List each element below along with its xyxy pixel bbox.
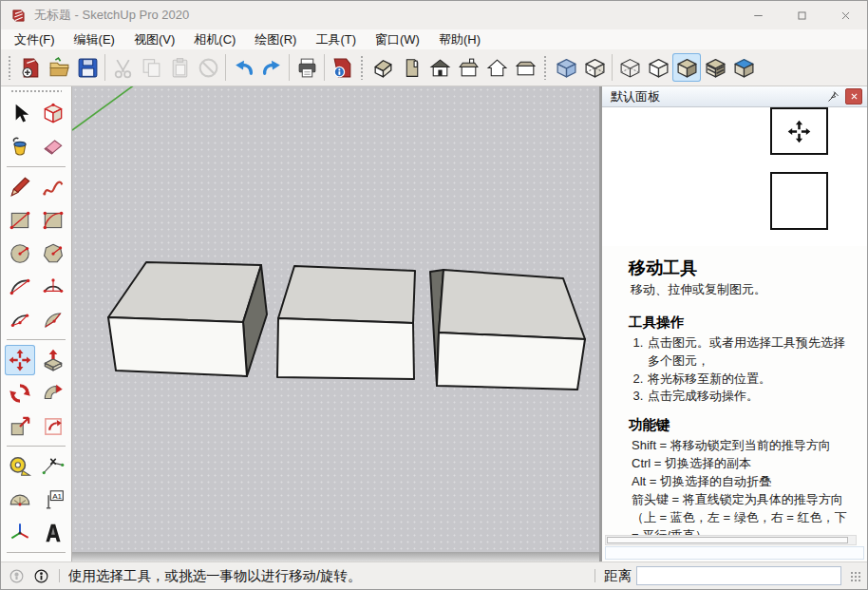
menu-item-file[interactable]: 文件(F): [5, 29, 65, 50]
palette-separator: [7, 552, 66, 553]
measurement-input[interactable]: [636, 566, 841, 585]
view-back-button[interactable]: [454, 53, 482, 82]
print-button[interactable]: [292, 53, 321, 82]
status-bar: 使用选择工具，或挑选一事物以进行移动/旋转。 距离: [1, 561, 867, 589]
3d-text-tool-button[interactable]: [38, 518, 68, 548]
view-left-button[interactable]: [482, 53, 511, 82]
menu-item-edit[interactable]: 编辑(E): [65, 29, 124, 50]
demo-square-1: [770, 107, 828, 155]
box-2[interactable]: [277, 266, 415, 379]
box-1[interactable]: [108, 262, 267, 376]
credits-button[interactable]: [31, 566, 50, 585]
menu-item-window[interactable]: 窗口(W): [366, 29, 429, 50]
eraser-icon: [41, 135, 66, 160]
save-button[interactable]: [73, 53, 102, 82]
pencil-icon: [8, 175, 32, 200]
push-pull-tool-button[interactable]: [38, 345, 68, 375]
toolbar-separator: [225, 54, 226, 81]
offset-tool-button[interactable]: [38, 411, 68, 442]
wireframe-button[interactable]: [615, 53, 644, 82]
offset-icon: [41, 414, 66, 439]
move-tool-button[interactable]: [5, 345, 35, 375]
erase-button[interactable]: [194, 53, 222, 82]
three-point-arc-tool-button[interactable]: [5, 305, 35, 335]
x-ray-button[interactable]: [552, 53, 580, 82]
two-point-arc-tool-button[interactable]: [38, 272, 68, 302]
text-tool-button[interactable]: A1: [38, 485, 68, 515]
menu-item-view[interactable]: 视图(V): [124, 29, 184, 50]
cut-button[interactable]: [108, 53, 137, 82]
new-button[interactable]: [16, 53, 45, 82]
toolbar-drag-handle[interactable]: [543, 55, 548, 80]
operation-step: 点击完成移动操作。: [647, 388, 852, 406]
view-right-button[interactable]: [511, 53, 539, 82]
view-iso-button[interactable]: [368, 53, 397, 82]
tape-measure-icon: [8, 454, 32, 479]
circle-tool-button[interactable]: [5, 238, 35, 269]
function-key-line: Ctrl = 切换选择的副本: [632, 455, 852, 473]
freehand-tool-button[interactable]: [38, 172, 68, 202]
scrollbar-thumb[interactable]: [607, 537, 848, 543]
palette-separator: [7, 166, 66, 167]
pin-icon[interactable]: [826, 89, 840, 104]
tape-measure-tool-button[interactable]: [5, 451, 35, 482]
monochrome-button[interactable]: [729, 53, 758, 82]
toolbar-drag-handle[interactable]: [8, 55, 12, 80]
close-window-button[interactable]: [823, 1, 867, 29]
rectangle-tool-button[interactable]: [5, 205, 35, 236]
dimension-tool-button[interactable]: [38, 451, 68, 482]
paint-bucket-tool-button[interactable]: [5, 132, 35, 162]
shaded-button[interactable]: [672, 53, 701, 82]
back-edges-icon: [583, 56, 607, 80]
menu-item-draw[interactable]: 绘图(R): [245, 29, 306, 50]
menu-item-tools[interactable]: 工具(T): [306, 29, 366, 50]
viewport-canvas[interactable]: [72, 86, 599, 556]
panel-horizontal-scrollbar[interactable]: [605, 535, 857, 545]
toolbar-drag-handle[interactable]: [360, 55, 365, 80]
rotated-rectangle-tool-button[interactable]: [38, 205, 68, 236]
scale-icon: [8, 414, 32, 439]
paste-button[interactable]: [165, 53, 194, 82]
move-cursor-icon: [786, 119, 812, 144]
view-front-button[interactable]: [425, 53, 454, 82]
undo-button[interactable]: [229, 53, 257, 82]
protractor-tool-button[interactable]: [5, 485, 35, 515]
select-tool-button[interactable]: [5, 99, 35, 129]
back-edges-button[interactable]: [580, 53, 609, 82]
shaded-textures-button[interactable]: [701, 53, 729, 82]
minimize-button[interactable]: [736, 1, 780, 29]
hidden-line-button[interactable]: [644, 53, 672, 82]
menu-bar: 文件(F)编辑(E)视图(V)相机(C)绘图(R)工具(T)窗口(W)帮助(H): [1, 29, 867, 49]
make-component-tool-button[interactable]: [38, 99, 68, 129]
pie-tool-button[interactable]: [38, 305, 68, 335]
axes-tool-button[interactable]: [5, 518, 35, 548]
rotate-tool-button[interactable]: [5, 378, 35, 409]
geolocation-button[interactable]: [7, 566, 26, 585]
menu-item-camera[interactable]: 相机(C): [184, 29, 245, 50]
drawing-viewport[interactable]: [72, 86, 599, 561]
panel-header: 默认面板: [602, 86, 867, 107]
arc-tool-button[interactable]: [5, 272, 35, 302]
scale-tool-button[interactable]: [5, 411, 35, 442]
instructor-text: 移动工具 移动、拉伸或复制图元。 工具操作 点击图元。或者用选择工具预先选择多个…: [602, 246, 867, 561]
operation-step: 将光标移至新的位置。: [647, 371, 852, 389]
model-info-button[interactable]: [328, 53, 356, 82]
menu-item-help[interactable]: 帮助(H): [429, 29, 490, 50]
redo-button[interactable]: [257, 53, 286, 82]
tool-palette: A1: [1, 86, 72, 561]
eraser-tool-button[interactable]: [38, 132, 68, 162]
follow-me-tool-button[interactable]: [38, 378, 68, 409]
toolbar-separator: [289, 54, 290, 81]
copy-button[interactable]: [137, 53, 165, 82]
maximize-button[interactable]: [780, 1, 823, 29]
polygon-tool-button[interactable]: [38, 238, 68, 269]
palette-row: [1, 409, 71, 443]
panel-close-button[interactable]: [845, 88, 862, 105]
open-button[interactable]: [45, 53, 73, 82]
resize-grip[interactable]: [849, 570, 861, 582]
line-tool-button[interactable]: [5, 172, 35, 202]
palette-drag-handle[interactable]: [10, 89, 62, 94]
box-3[interactable]: [430, 270, 585, 390]
view-top-button[interactable]: [397, 53, 425, 82]
view-iso-icon: [371, 56, 395, 80]
